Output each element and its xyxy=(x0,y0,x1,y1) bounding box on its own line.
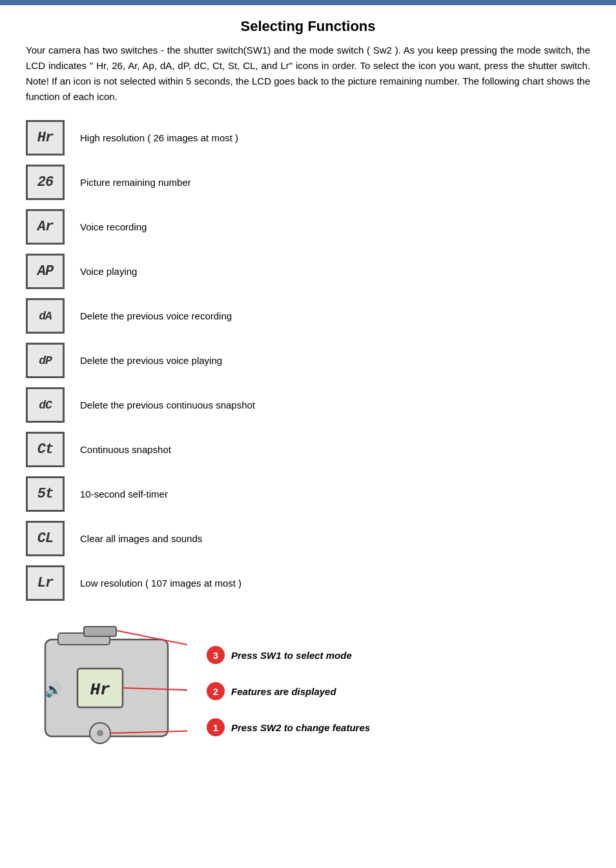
step-label-2: Features are displayed xyxy=(231,686,336,697)
icon-label-5: Delete the previous voice playing xyxy=(80,355,222,366)
camera-diagram: Hr 🔊 xyxy=(26,620,187,762)
icon-row: 26Picture remaining number xyxy=(26,165,590,200)
lcd-icon-da: dA xyxy=(26,298,65,334)
svg-point-7 xyxy=(97,730,103,736)
icon-label-4: Delete the previous voice recording xyxy=(80,310,232,321)
icon-label-0: High resolution ( 26 images at most ) xyxy=(80,132,238,143)
icon-label-2: Voice recording xyxy=(80,221,147,232)
step-number-2: 2 xyxy=(207,682,225,700)
lcd-icon-dp: dP xyxy=(26,343,65,378)
lcd-icon-dc: dC xyxy=(26,387,65,423)
page-content: Selecting Functions Your camera has two … xyxy=(0,5,616,782)
lcd-icon-hr: Hr xyxy=(26,120,65,156)
intro-paragraph: Your camera has two switches - the shutt… xyxy=(26,43,590,105)
lcd-icon-lr: Lr xyxy=(26,565,65,601)
icon-row: CLClear all images and sounds xyxy=(26,521,590,556)
lcd-icon-26: 26 xyxy=(26,165,65,200)
icon-row: 5t10-second self-timer xyxy=(26,476,590,512)
icon-row: HrHigh resolution ( 26 images at most ) xyxy=(26,120,590,156)
icon-label-9: Clear all images and sounds xyxy=(80,533,202,544)
step-number-1: 1 xyxy=(207,718,225,736)
diagram-section: Hr 🔊 3Press SW1 to select mode2Features … xyxy=(26,620,590,762)
svg-text:Hr: Hr xyxy=(90,680,110,700)
lcd-icon-ap: AP xyxy=(26,254,65,289)
icon-label-3: Voice playing xyxy=(80,266,137,277)
icon-row: LrLow resolution ( 107 images at most ) xyxy=(26,565,590,601)
step-number-3: 3 xyxy=(207,646,225,664)
icon-label-7: Continuous snapshot xyxy=(80,444,171,455)
diagram-labels: 3Press SW1 to select mode2Features are d… xyxy=(207,646,370,736)
icon-label-10: Low resolution ( 107 images at most ) xyxy=(80,578,241,589)
diagram-step-2: 2Features are displayed xyxy=(207,682,370,700)
lcd-icon-5t: 5t xyxy=(26,476,65,512)
lcd-icon-cl: CL xyxy=(26,521,65,556)
step-label-3: Press SW1 to select mode xyxy=(231,650,352,661)
icon-label-1: Picture remaining number xyxy=(80,177,191,188)
top-bar xyxy=(0,0,616,5)
diagram-step-1: 1Press SW2 to change features xyxy=(207,718,370,736)
icon-row: ArVoice recording xyxy=(26,209,590,245)
icon-row: dPDelete the previous voice playing xyxy=(26,343,590,378)
icon-row: CtContinuous snapshot xyxy=(26,432,590,467)
diagram-step-3: 3Press SW1 to select mode xyxy=(207,646,370,664)
step-label-1: Press SW2 to change features xyxy=(231,722,370,733)
icon-row: dCDelete the previous continuous snapsho… xyxy=(26,387,590,423)
icon-label-8: 10-second self-timer xyxy=(80,489,168,500)
icon-list: HrHigh resolution ( 26 images at most )2… xyxy=(26,120,590,601)
icon-label-6: Delete the previous continuous snapshot xyxy=(80,399,255,410)
icon-row: dADelete the previous voice recording xyxy=(26,298,590,334)
icon-row: APVoice playing xyxy=(26,254,590,289)
svg-text:🔊: 🔊 xyxy=(45,681,63,698)
lcd-icon-ct: Ct xyxy=(26,432,65,467)
page-title: Selecting Functions xyxy=(26,18,590,35)
lcd-icon-ar: Ar xyxy=(26,209,65,245)
svg-rect-2 xyxy=(84,627,116,636)
